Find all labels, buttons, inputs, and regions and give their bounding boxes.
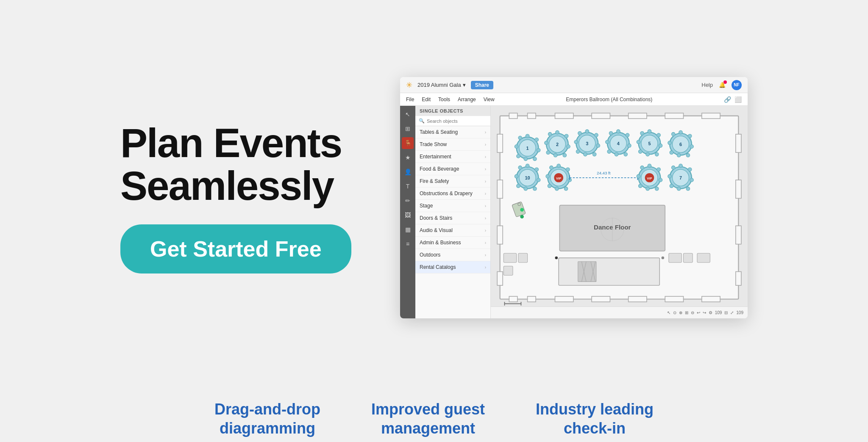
svg-point-42 — [546, 151, 550, 155]
zoom-actual-icon[interactable]: ⊞ — [685, 310, 688, 315]
zoom-out-icon[interactable]: ⊖ — [691, 310, 694, 315]
dropdown-chevron-icon[interactable]: ▾ — [463, 82, 466, 88]
svg-rect-144 — [559, 258, 659, 285]
svg-point-71 — [657, 133, 661, 137]
svg-rect-157 — [697, 253, 710, 262]
list-item-stage[interactable]: Stage › — [415, 200, 490, 212]
chevron-right-icon: › — [485, 204, 486, 208]
redo-icon[interactable]: ↪ — [703, 310, 706, 315]
cursor-tool-icon[interactable]: ↖ — [667, 310, 670, 315]
list-item-rental-catalogs[interactable]: Rental Catalogs › — [415, 261, 490, 273]
svg-point-133 — [690, 178, 694, 182]
expand-icon[interactable]: ⤢ — [730, 310, 734, 315]
tool-people[interactable]: 👤 — [402, 166, 414, 178]
tool-cursor[interactable]: ↖ — [402, 108, 414, 120]
tool-pen[interactable]: ✏ — [402, 195, 414, 207]
svg-point-126 — [637, 174, 640, 178]
svg-point-64 — [607, 150, 611, 154]
svg-point-111 — [550, 166, 554, 170]
zoom-level-value: 109 — [715, 310, 722, 315]
list-label: Audio & Visual — [420, 227, 453, 233]
list-label: Doors & Stairs — [420, 215, 452, 221]
svg-point-87 — [668, 141, 672, 145]
svg-point-28 — [537, 149, 540, 152]
svg-point-59 — [617, 130, 620, 133]
svg-point-70 — [648, 130, 651, 133]
feature-check-in-text: Industry leadingcheck-in — [536, 400, 654, 438]
svg-point-81 — [679, 130, 683, 134]
zoom-in-icon[interactable]: ⊕ — [679, 310, 682, 315]
svg-point-161 — [520, 215, 524, 218]
svg-rect-4 — [592, 113, 610, 119]
list-item-tables-seating[interactable]: Tables & Seating › — [415, 126, 490, 138]
svg-point-27 — [535, 138, 539, 142]
svg-rect-1 — [509, 113, 517, 119]
tool-text[interactable]: T — [402, 180, 414, 192]
notification-icon[interactable]: 🔔 — [719, 82, 726, 88]
list-item-doors-stairs[interactable]: Doors & Stairs › — [415, 212, 490, 224]
icon-sidebar: ↖ ⊞ 🪑 ★ 👤 T ✏ 🖼 ▦ ≡ — [400, 106, 415, 318]
user-avatar[interactable]: NF — [732, 80, 742, 90]
undo-icon[interactable]: ↩ — [697, 310, 700, 315]
list-label: Outdoors — [420, 252, 440, 258]
list-item-obstructions-drapery[interactable]: Obstructions & Drapery › — [415, 188, 490, 200]
list-label: Entertainment — [420, 154, 451, 160]
svg-point-151 — [662, 257, 664, 259]
list-item-fire-safety[interactable]: Fire & Safety › — [415, 175, 490, 188]
search-input[interactable] — [427, 119, 487, 124]
svg-point-138 — [671, 166, 675, 170]
tool-star[interactable]: ★ — [402, 152, 414, 163]
list-label: Tables & Seating — [420, 129, 458, 135]
svg-point-32 — [515, 145, 518, 149]
menu-tools[interactable]: Tools — [438, 95, 450, 104]
menu-file[interactable]: File — [406, 95, 414, 104]
canvas-area[interactable]: 1 2 — [491, 106, 748, 318]
export-icon[interactable]: ⬜ — [734, 96, 742, 103]
tool-image[interactable]: 🖼 — [402, 209, 414, 221]
app-body: ↖ ⊞ 🪑 ★ 👤 T ✏ 🖼 ▦ ≡ SINGLE OBJECTS 🔍 — [400, 106, 748, 318]
svg-point-30 — [524, 157, 528, 161]
cta-button[interactable]: Get Started Free — [120, 224, 351, 273]
tool-layout[interactable]: ▦ — [402, 224, 414, 235]
list-item-food-beverage[interactable]: Food & Beverage › — [415, 163, 490, 175]
tool-barcode[interactable]: ≡ — [402, 238, 414, 250]
svg-point-50 — [596, 144, 600, 148]
tool-grid[interactable]: ⊞ — [402, 123, 414, 135]
bottom-toolbar-right: ↖ ⊙ ⊕ ⊞ ⊖ ↩ ↪ ⚙ 109 ⊟ ⤢ 109 — [667, 310, 743, 315]
help-link[interactable]: Help — [701, 82, 713, 88]
svg-point-104 — [557, 164, 561, 168]
features-row: Drag-and-dropdiagramming Improved guestm… — [214, 400, 654, 442]
svg-point-29 — [533, 157, 537, 161]
tool-chair[interactable]: 🪑 — [402, 137, 414, 149]
zoom-fit-icon[interactable]: ⊙ — [673, 310, 676, 315]
app-window: ✳ 2019 Alumni Gala ▾ Share Help 🔔 NF Fil… — [400, 77, 748, 318]
list-label: Rental Catalogs — [420, 264, 456, 270]
svg-point-38 — [565, 134, 568, 138]
chevron-right-icon: › — [485, 265, 486, 270]
settings-icon[interactable]: ⚙ — [709, 310, 712, 315]
list-label: Stage — [420, 203, 433, 209]
share-button[interactable]: Share — [471, 81, 493, 89]
list-label: Food & Beverage — [420, 166, 459, 172]
svg-rect-19 — [736, 134, 741, 152]
chevron-right-icon: › — [485, 253, 486, 257]
svg-point-107 — [564, 187, 568, 191]
list-item-entertainment[interactable]: Entertainment › — [415, 151, 490, 163]
svg-point-31 — [517, 155, 520, 158]
menu-arrange[interactable]: Arrange — [458, 95, 476, 104]
link-icon[interactable]: 🔗 — [724, 96, 731, 103]
table-icon[interactable]: ⊟ — [724, 310, 728, 315]
svg-point-49 — [595, 133, 598, 137]
menu-edit[interactable]: Edit — [422, 95, 431, 104]
list-item-audio-visual[interactable]: Audio & Visual › — [415, 224, 490, 237]
list-item-admin-business[interactable]: Admin & Business › — [415, 237, 490, 249]
svg-rect-153 — [518, 253, 528, 262]
feature-diagramming-text: Drag-and-dropdiagramming — [214, 400, 320, 438]
svg-point-52 — [584, 152, 587, 156]
svg-rect-10 — [555, 296, 573, 302]
svg-point-98 — [515, 174, 518, 178]
list-item-trade-show[interactable]: Trade Show › — [415, 138, 490, 151]
menu-view[interactable]: View — [484, 95, 495, 104]
list-item-outdoors[interactable]: Outdoors › — [415, 249, 490, 261]
svg-rect-21 — [736, 226, 741, 244]
